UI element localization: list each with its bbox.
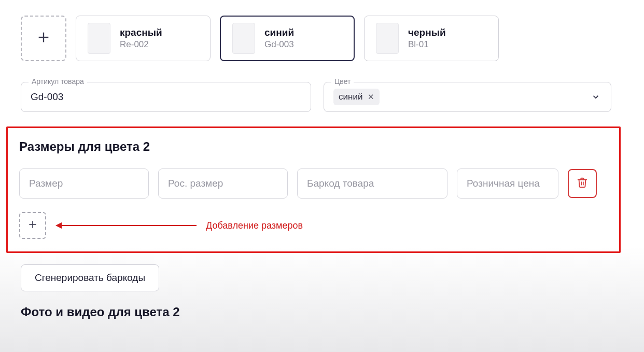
arrow-line-icon [57,225,197,226]
sizes-inputs-row: Размер Рос. размер Баркод товара Розничн… [19,168,609,199]
media-section-title: Фото и видео для цвета 2 [21,305,644,319]
color-card[interactable]: красный Re-002 [76,16,211,61]
annotation-text: Добавление размеров [206,220,303,231]
fields-row: Артикул товара Gd-003 Цвет синий ✕ [21,82,644,112]
color-chip: синий ✕ [333,89,380,105]
color-sku: Gd-003 [264,39,294,50]
annotation-arrow: Добавление размеров [57,220,303,231]
color-swatch [232,23,255,54]
delete-size-button[interactable] [568,169,597,198]
ru-size-placeholder: Рос. размер [168,178,223,189]
article-value: Gd-003 [31,91,63,103]
color-name: черный [408,27,446,38]
trash-icon [577,176,588,191]
add-color-button[interactable] [21,16,66,61]
color-card-text: красный Re-002 [120,27,162,50]
color-card[interactable]: черный Bl-01 [364,16,499,61]
color-swatch [376,23,399,54]
color-name: красный [120,27,162,38]
color-card-text: черный Bl-01 [408,27,446,50]
sizes-section: Размеры для цвета 2 Размер Рос. размер Б… [6,126,621,253]
chip-remove-icon[interactable]: ✕ [368,92,374,102]
color-card[interactable]: синий Gd-003 [220,16,355,61]
color-card-text: синий Gd-003 [264,27,294,50]
color-variants-row: красный Re-002 синий Gd-003 черный Bl-01 [21,16,644,61]
chevron-down-icon[interactable] [590,91,601,103]
add-size-button[interactable] [19,212,46,239]
color-name: синий [264,27,294,38]
add-size-row: Добавление размеров [19,212,609,239]
sizes-title: Размеры для цвета 2 [19,139,609,154]
color-sku: Re-002 [120,39,162,50]
generate-barcodes-button[interactable]: Сгенерировать баркоды [21,264,159,291]
size-placeholder: Размер [29,178,63,189]
ru-size-input[interactable]: Рос. размер [158,168,288,199]
article-field[interactable]: Артикул товара Gd-003 [21,82,311,112]
color-swatch [88,23,110,54]
color-field[interactable]: Цвет синий ✕ [324,82,611,112]
generate-barcodes-label: Сгенерировать баркоды [35,272,145,284]
barcode-input[interactable]: Баркод товара [297,168,447,199]
price-input[interactable]: Розничная цена [457,168,558,199]
barcode-placeholder: Баркод товара [307,178,374,189]
color-chip-text: синий [339,92,362,102]
plus-icon [36,30,51,47]
price-placeholder: Розничная цена [467,178,540,189]
article-label: Артикул товара [29,77,87,86]
size-input[interactable]: Размер [19,168,149,199]
color-sku: Bl-01 [408,39,446,50]
plus-icon [27,219,38,232]
color-label: Цвет [331,77,354,86]
